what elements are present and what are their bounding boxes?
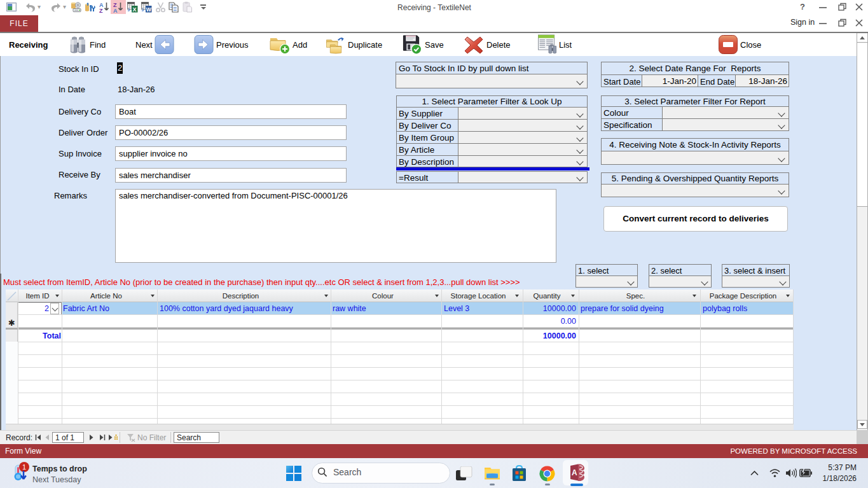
svg-text:A: A — [572, 468, 577, 477]
svg-text:A: A — [113, 8, 118, 13]
svg-text:X: X — [133, 6, 137, 13]
svg-text:Z: Z — [99, 8, 103, 13]
svg-text:W: W — [146, 6, 152, 13]
